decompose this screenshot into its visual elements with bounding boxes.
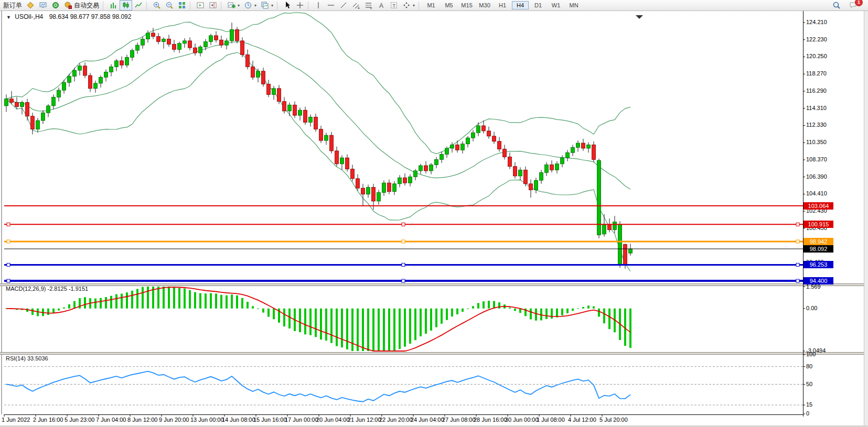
candle-body [235, 29, 239, 41]
svg-text:F: F [370, 7, 372, 10]
candle-body [540, 172, 543, 180]
candle-body [461, 144, 465, 150]
macd-histogram-bar [399, 309, 401, 349]
text-button[interactable]: A [375, 0, 388, 10]
crosshair-button[interactable] [294, 0, 306, 10]
level-drag-handle[interactable] [796, 223, 799, 226]
autotrading-label: 自动交易 [74, 1, 99, 10]
bar-chart-button[interactable] [107, 0, 120, 10]
candle-body [225, 41, 229, 45]
market-watch-button[interactable] [24, 0, 37, 10]
macd-histogram-bar [241, 298, 243, 309]
line-chart-button[interactable] [132, 0, 145, 10]
candle-body [409, 177, 412, 183]
chart-shift-button[interactable] [207, 0, 219, 10]
candle-body [566, 152, 570, 158]
level-drag-handle[interactable] [7, 240, 10, 243]
vertical-line-button[interactable] [312, 0, 325, 10]
macd-histogram-bar [163, 287, 165, 309]
chart-canvas[interactable] [0, 11, 868, 425]
candle-body [68, 76, 71, 83]
macd-histogram-bar [404, 309, 406, 347]
candle-body [283, 102, 286, 111]
candle-body [20, 102, 24, 106]
timeframe-D1-button[interactable]: D1 [530, 1, 546, 9]
crosshair-icon [296, 1, 304, 9]
macd-histogram-bar [603, 309, 605, 323]
macd-histogram-bar [189, 290, 191, 309]
timeframe-H4-button[interactable]: H4 [512, 1, 529, 9]
candle-body [241, 41, 244, 54]
trendline-button[interactable] [337, 0, 350, 10]
toolbar-separator [277, 2, 280, 9]
zoom-out-button[interactable] [163, 0, 176, 10]
timeframe-M5-button[interactable]: M5 [441, 1, 457, 9]
candle-body [445, 148, 449, 155]
horizontal-line-button[interactable] [325, 0, 337, 10]
timeframe-H1-button[interactable]: H1 [494, 1, 511, 9]
indicators-button[interactable]: ▾ [225, 0, 242, 10]
macd-histogram-bar [451, 309, 453, 316]
periods-button[interactable]: ▾ [242, 0, 259, 10]
candle-body [188, 41, 192, 48]
macd-histogram-bar [409, 309, 411, 344]
macd-histogram-bar [309, 309, 312, 335]
autotrading-button[interactable]: 自动交易 [62, 0, 101, 10]
macd-histogram-bar [393, 309, 395, 351]
macd-histogram-bar [84, 297, 86, 309]
cursor-button[interactable] [281, 0, 294, 10]
toolbar-separator [419, 2, 421, 9]
timeframe-M1-button[interactable]: M1 [423, 1, 440, 9]
publish-button[interactable] [37, 0, 49, 10]
timeframe-M15-button[interactable]: M15 [458, 1, 475, 9]
candle-body [319, 129, 323, 141]
level-drag-handle[interactable] [7, 223, 10, 226]
candle-body [157, 37, 160, 42]
macd-histogram-bar [220, 295, 222, 309]
level-drag-handle[interactable] [796, 263, 799, 266]
timeframe-W1-button[interactable]: W1 [548, 1, 564, 9]
level-drag-handle[interactable] [796, 240, 799, 243]
level-drag-handle[interactable] [7, 279, 10, 282]
green-orb-icon [51, 1, 60, 9]
level-drag-handle[interactable] [7, 263, 10, 266]
macd-histogram-bar [252, 306, 254, 308]
level-drag-handle[interactable] [796, 279, 799, 282]
timeframe-M30-button[interactable]: M30 [476, 1, 493, 9]
text-label-button[interactable]: T [388, 0, 400, 10]
macd-histogram-bar [115, 294, 117, 309]
equidistant-channel-button[interactable]: E [350, 0, 362, 10]
cursor-icon [283, 1, 292, 9]
candle-body [555, 164, 559, 170]
candle-body [36, 121, 40, 129]
chart-window[interactable]: ▼ USOil-,H4 98.634 98.677 97.858 98.092 … [0, 11, 868, 425]
window-scroll-strip[interactable] [864, 11, 868, 425]
templates-button[interactable]: ▾ [259, 0, 275, 10]
level-drag-handle[interactable] [402, 240, 405, 243]
candle-body [267, 84, 271, 95]
arrows-button[interactable]: ▾ [400, 0, 417, 10]
search-button[interactable] [830, 0, 843, 10]
chart-menu-arrow-icon[interactable]: ▼ [6, 15, 11, 20]
macd-histogram-bar [210, 293, 212, 309]
notifications-button[interactable]: 1 [847, 0, 860, 10]
level-drag-handle[interactable] [402, 263, 405, 266]
gold-diamond-icon [26, 1, 35, 9]
level-drag-handle[interactable] [402, 279, 405, 282]
candlestick-chart-button[interactable] [120, 0, 132, 10]
search-icon [832, 1, 841, 9]
tile-windows-button[interactable] [176, 0, 188, 10]
zoom-in-button[interactable] [151, 0, 163, 10]
notification-badge: 1 [855, 0, 863, 6]
candle-body [89, 75, 92, 89]
timeframe-MN-button[interactable]: MN [565, 1, 582, 9]
candle-body [83, 66, 87, 75]
candle-body [571, 147, 575, 152]
new-order-button[interactable]: 新订单 [1, 0, 24, 10]
fibonacci-button[interactable]: F [362, 0, 375, 10]
macd-histogram-bar [551, 309, 553, 319]
level-drag-handle[interactable] [402, 223, 405, 226]
auto-scroll-button[interactable] [194, 0, 207, 10]
navigator-button[interactable] [49, 0, 62, 10]
arrows-icon [402, 1, 411, 9]
